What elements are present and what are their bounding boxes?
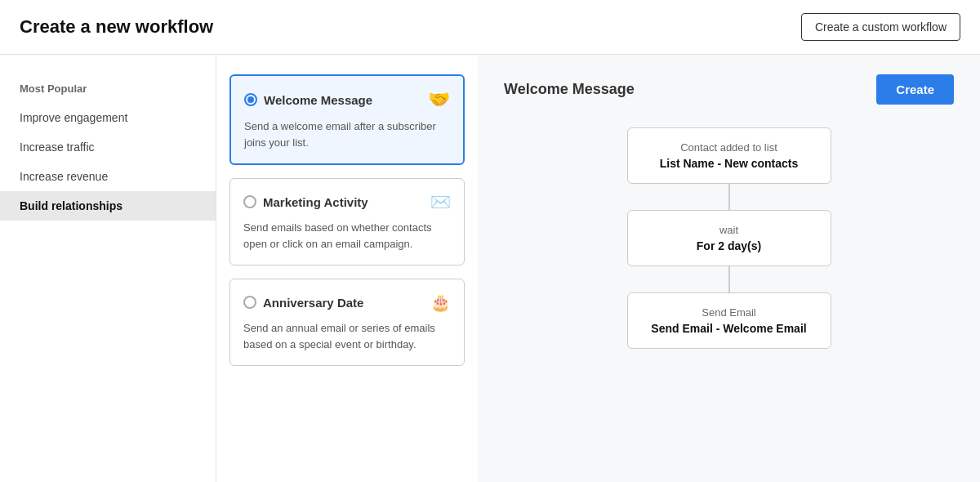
sidebar-section-header: Most Popular (0, 74, 216, 103)
marketing-card-desc: Send emails based on whether contacts op… (243, 220, 451, 252)
sidebar-item-improve-engagement[interactable]: Improve engagement (0, 103, 216, 132)
step-wait-label: wait (641, 224, 817, 236)
email-icon: ✉️ (430, 192, 451, 212)
welcome-card-title: Welcome Message (244, 93, 372, 107)
marketing-card-title: Marketing Activity (243, 195, 368, 209)
sidebar-item-increase-revenue[interactable]: Increase revenue (0, 162, 216, 191)
workflow-card-welcome-message[interactable]: Welcome Message 🤝 Send a welcome email a… (229, 74, 465, 165)
marketing-card-header: Marketing Activity ✉️ (243, 192, 451, 212)
workflow-cards-panel: Welcome Message 🤝 Send a welcome email a… (216, 55, 478, 482)
step-connector-1 (728, 184, 730, 210)
step-trigger: Contact added to list List Name - New co… (627, 127, 831, 184)
page-title: Create a new workflow (20, 16, 213, 38)
anniversary-card-desc: Send an annual email or series of emails… (243, 320, 451, 352)
sidebar-item-increase-traffic[interactable]: Increase traffic (0, 132, 216, 162)
create-button[interactable]: Create (876, 74, 954, 105)
step-trigger-label: Contact added to list (641, 141, 817, 154)
welcome-radio[interactable] (244, 93, 257, 106)
step-send-email: Send Email Send Email - Welcome Email (627, 292, 831, 349)
workflow-steps: Contact added to list List Name - New co… (504, 127, 954, 349)
anniversary-radio[interactable] (243, 296, 256, 309)
welcome-card-header: Welcome Message 🤝 (244, 89, 450, 110)
workflow-card-anniversary-date[interactable]: Anniversary Date 🎂 Send an annual email … (229, 279, 465, 366)
welcome-card-desc: Send a welcome email after a subscriber … (244, 118, 450, 150)
custom-workflow-button[interactable]: Create a custom workflow (801, 13, 960, 41)
step-email-label: Send Email (641, 306, 817, 319)
marketing-radio[interactable] (243, 195, 256, 208)
handshake-icon: 🤝 (428, 89, 450, 110)
workflow-preview-title: Welcome Message (504, 81, 635, 98)
anniversary-card-header: Anniversary Date 🎂 (243, 292, 451, 312)
sidebar: Most Popular Improve engagement Increase… (0, 55, 216, 482)
workflow-preview-panel: Welcome Message Create Contact added to … (478, 55, 980, 482)
main-layout: Most Popular Improve engagement Increase… (0, 55, 980, 482)
step-connector-2 (728, 266, 730, 292)
step-wait: wait For 2 day(s) (627, 210, 831, 266)
page-header: Create a new workflow Create a custom wo… (0, 0, 980, 55)
step-trigger-value: List Name - New contacts (641, 157, 817, 170)
anniversary-card-title: Anniversary Date (243, 296, 363, 310)
step-email-value: Send Email - Welcome Email (641, 322, 817, 335)
workflow-card-marketing-activity[interactable]: Marketing Activity ✉️ Send emails based … (229, 178, 465, 266)
sidebar-item-build-relationships[interactable]: Build relationships (0, 191, 216, 221)
right-panel-header: Welcome Message Create (504, 74, 954, 105)
step-wait-value: For 2 day(s) (641, 239, 817, 252)
birthday-icon: 🎂 (430, 292, 451, 312)
